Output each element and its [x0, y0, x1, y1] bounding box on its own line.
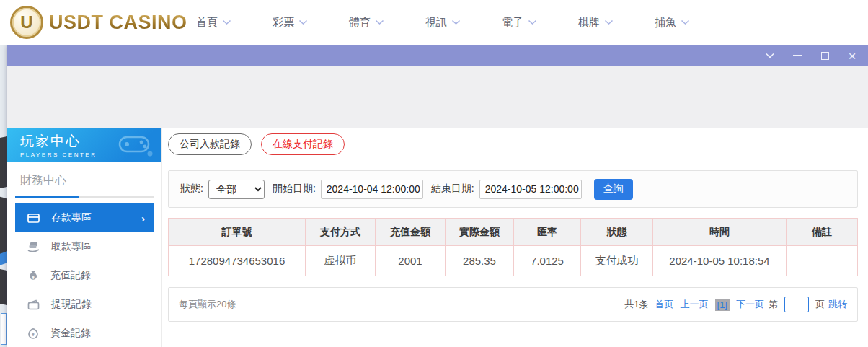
jump-button[interactable]: 跳转 — [828, 298, 847, 311]
chevron-down-icon — [528, 19, 537, 25]
logo-text: USDT CASINO — [49, 12, 187, 34]
chevron-down-icon — [604, 19, 614, 25]
table-header-row: 訂單號 支付方式 充值金額 實際金額 匯率 狀態 時間 備註 — [169, 219, 858, 246]
deposit-card-icon — [27, 213, 40, 224]
jump-suffix-label: 页 — [815, 298, 825, 311]
svg-text:¥: ¥ — [32, 331, 35, 338]
sidebar-item-label: 資金記錄 — [50, 327, 91, 340]
col-recharge-amount: 充值金額 — [376, 219, 446, 246]
chevron-right-icon: › — [141, 212, 145, 224]
end-date-input[interactable] — [479, 180, 582, 199]
nav-label: 視訊 — [425, 16, 447, 30]
status-select[interactable]: 全部 — [208, 180, 265, 199]
sidebar-header: 玩家中心 PLAYERS CENTER — [7, 128, 161, 162]
nav-label: 首頁 — [196, 16, 218, 30]
cell-actual-amount: 285.35 — [446, 246, 514, 276]
chevron-down-icon — [681, 19, 690, 25]
top-navigation-bar: U USDT CASINO 首頁 彩票 體育 視訊 電子 棋牌 捕魚 — [0, 0, 868, 45]
cell-remark — [787, 246, 858, 276]
cell-time: 2024-10-05 10:18:54 — [653, 246, 787, 276]
total-count-text: 共1条 — [624, 298, 648, 311]
nav-label: 電子 — [502, 16, 523, 30]
chevron-down-icon — [222, 19, 231, 25]
window-close-button[interactable]: × — [846, 50, 858, 61]
cell-order-no: 1728094734653016 — [169, 246, 306, 276]
cell-pay-method: 虚拟币 — [306, 246, 376, 276]
chevron-down-icon — [298, 19, 308, 25]
window-minimize-button[interactable] — [792, 50, 803, 61]
window-header-space — [7, 66, 868, 128]
col-status: 狀態 — [581, 219, 653, 246]
nav-item-slots[interactable]: 電子 — [502, 16, 537, 30]
table-row: 1728094734653016 虚拟币 2001 285.35 7.0125 … — [169, 246, 858, 276]
filter-bar: 狀態: 全部 開始日期: 結束日期: 查詢 — [168, 170, 858, 208]
current-page-indicator[interactable]: [1] — [715, 299, 730, 311]
cell-rate: 7.0125 — [514, 246, 581, 276]
sidebar-divider — [15, 196, 154, 198]
window-collapse-button[interactable] — [764, 50, 776, 61]
col-remark: 備註 — [787, 219, 858, 246]
nav-item-sports[interactable]: 體育 — [349, 16, 384, 30]
tab-online-payment-record[interactable]: 在線支付記錄 — [261, 133, 345, 155]
background-art — [0, 136, 7, 188]
background-page-strip — [0, 45, 7, 347]
background-art — [1, 313, 7, 345]
nav-label: 棋牌 — [578, 16, 600, 30]
site-logo[interactable]: U USDT CASINO — [10, 6, 187, 39]
pagination-bar: 每頁顯示20條 共1条 首页 上一页 [1] 下一页 第 页 跳转 — [168, 287, 858, 322]
main-nav: 首頁 彩票 體育 視訊 電子 棋牌 捕魚 — [196, 0, 690, 45]
nav-label: 彩票 — [273, 16, 294, 30]
payment-records-table: 訂單號 支付方式 充值金額 實際金額 匯率 狀態 時間 備註 172809473… — [168, 218, 858, 276]
tab-company-deposit-record[interactable]: 公司入款記錄 — [168, 133, 252, 155]
sidebar-item-label: 提現記錄 — [51, 298, 92, 311]
money-bag-icon: ¥ — [27, 270, 39, 281]
record-tabs: 公司入款記錄 在線支付記錄 — [168, 133, 345, 155]
col-order-no: 訂單號 — [169, 219, 306, 246]
sidebar-item-label: 取款專區 — [51, 240, 92, 253]
purse-icon: ¥ — [27, 328, 39, 339]
chevron-down-icon — [375, 19, 384, 25]
logo-monogram: U — [20, 12, 32, 32]
gamepad-icon — [114, 133, 154, 157]
col-rate: 匯率 — [514, 219, 581, 246]
prev-page-link[interactable]: 上一页 — [681, 298, 709, 311]
chevron-down-icon — [451, 19, 461, 25]
col-time: 時間 — [653, 219, 787, 246]
window-maximize-button[interactable] — [819, 50, 831, 61]
col-pay-method: 支付方式 — [306, 219, 376, 246]
sidebar-item-recharge-record[interactable]: ¥ 充值記錄 — [7, 261, 161, 290]
nav-item-home[interactable]: 首頁 — [196, 16, 231, 30]
player-center-window: × 玩家中心 PLAYERS CENTER 財務中心 存款 — [7, 45, 868, 347]
nav-item-lottery[interactable]: 彩票 — [273, 16, 308, 30]
sidebar-item-label: 充值記錄 — [50, 269, 91, 282]
nav-label: 捕魚 — [655, 16, 676, 30]
sidebar: 玩家中心 PLAYERS CENTER 財務中心 存款專區 › — [7, 128, 162, 347]
window-titlebar: × — [7, 45, 868, 66]
main-panel: 公司入款記錄 在線支付記錄 狀態: 全部 開始日期: 結束日期: 查詢 — [162, 128, 868, 347]
pager-controls: 共1条 首页 上一页 [1] 下一页 第 页 跳转 — [624, 297, 847, 312]
sidebar-item-withdraw[interactable]: 取款專區 — [7, 232, 161, 261]
background-art — [0, 269, 7, 305]
sidebar-item-funds-record[interactable]: ¥ 資金記錄 — [7, 319, 161, 347]
status-label: 狀態: — [180, 183, 203, 196]
sidebar-item-withdrawal-record[interactable]: 提現記錄 — [7, 290, 161, 319]
sidebar-item-deposit[interactable]: 存款專區 › — [15, 203, 154, 232]
start-date-input[interactable] — [321, 180, 423, 199]
withdraw-hand-icon — [27, 242, 40, 252]
logo-coin-icon: U — [10, 6, 43, 39]
nav-item-live[interactable]: 視訊 — [425, 16, 461, 30]
cell-recharge-amount: 2001 — [376, 246, 446, 276]
jump-prefix-label: 第 — [769, 298, 778, 311]
window-content: 玩家中心 PLAYERS CENTER 財務中心 存款專區 › — [7, 128, 868, 347]
search-button[interactable]: 查詢 — [594, 179, 633, 200]
jump-page-input[interactable] — [784, 297, 809, 312]
col-actual-amount: 實際金額 — [446, 219, 514, 246]
nav-item-fishing[interactable]: 捕魚 — [655, 16, 690, 30]
first-page-link[interactable]: 首页 — [655, 298, 674, 311]
sidebar-item-label: 存款專區 — [51, 211, 92, 224]
nav-label: 體育 — [349, 16, 371, 30]
sidebar-section-title: 財務中心 — [20, 173, 161, 188]
nav-item-boardgames[interactable]: 棋牌 — [578, 16, 614, 30]
wallet-icon — [27, 299, 40, 310]
next-page-link[interactable]: 下一页 — [736, 298, 764, 311]
